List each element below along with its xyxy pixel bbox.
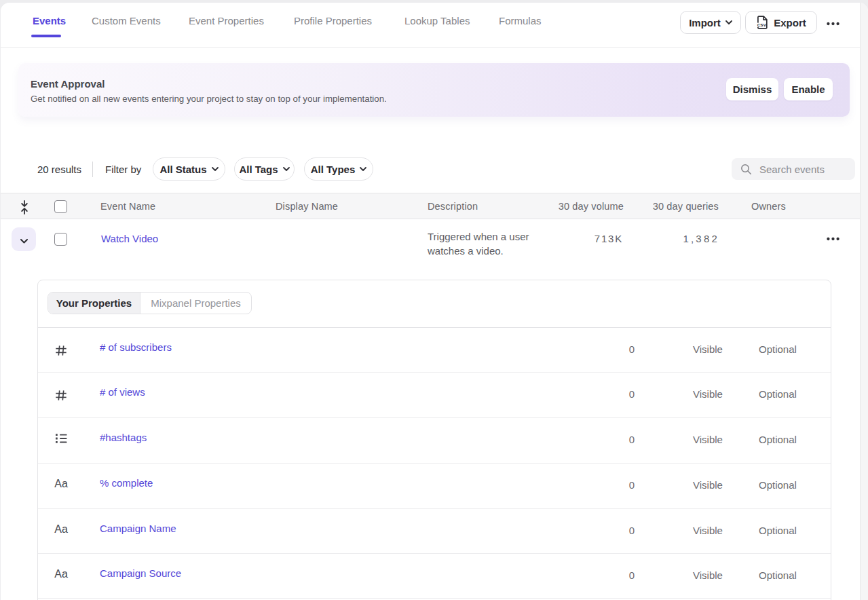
svg-text:CSV: CSV [757,22,767,27]
